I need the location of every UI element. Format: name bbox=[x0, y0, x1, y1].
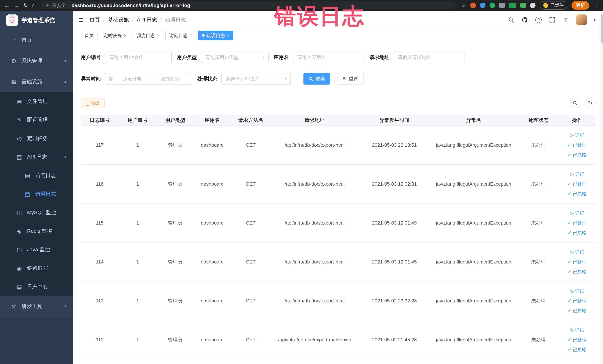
breadcrumb-item[interactable]: API 日志 bbox=[137, 16, 157, 23]
security-label[interactable]: 不安全 bbox=[52, 2, 66, 9]
sidebar-item-infra[interactable]: ▦ 基础设施 ▴ bbox=[0, 71, 73, 92]
hamburger-icon[interactable]: ≡ bbox=[79, 16, 84, 24]
sidebar-item-trace[interactable]: ◉ 链路追踪 bbox=[0, 259, 73, 277]
tab[interactable]: 调度日志 × bbox=[133, 31, 163, 40]
request-url-input[interactable] bbox=[394, 52, 465, 63]
app-name-input[interactable] bbox=[293, 52, 364, 63]
extension-on-badge[interactable]: on bbox=[509, 3, 516, 8]
check-icon: ✓ bbox=[568, 230, 571, 235]
download-icon: ↓ bbox=[86, 100, 89, 106]
close-icon[interactable]: × bbox=[227, 33, 230, 38]
logo[interactable]: 芋道管理系统 bbox=[0, 11, 73, 30]
mark-processed-link[interactable]: ✓ 已处理 bbox=[568, 259, 587, 265]
sidebar-item-redis-monitor[interactable]: ◈ Redis 监控 bbox=[0, 222, 73, 240]
address-bar[interactable]: ⚠ 不安全 dashboard.yudao.iocoder.cn/infra/l… bbox=[41, 1, 456, 9]
tab[interactable]: 错误日志 × bbox=[198, 31, 233, 40]
mark-ignored-link[interactable]: ✓ 已忽略 bbox=[568, 191, 587, 197]
table-row[interactable]: 117 1 管理员 dashboard GET /api/infra/db-do… bbox=[81, 126, 596, 165]
sidebar-item-access-log[interactable]: ▤ 访问日志 bbox=[0, 166, 73, 185]
avatar-dropdown-caret-icon[interactable]: ▾ bbox=[593, 17, 596, 22]
bookmark-star-icon[interactable]: ☆ bbox=[461, 3, 466, 8]
process-status-select[interactable]: 请选择处理状态 ▾ bbox=[221, 73, 291, 84]
date-range-picker[interactable]: ▦ 开始日期 - 结束日期 bbox=[105, 73, 192, 84]
reload-icon[interactable]: ↻ bbox=[23, 3, 28, 8]
extensions-puzzle-icon[interactable] bbox=[499, 3, 505, 8]
detail-link[interactable]: ◎ 详细 bbox=[570, 132, 584, 138]
tab[interactable]: 访问日志 × bbox=[165, 31, 196, 40]
font-size-icon[interactable]: T bbox=[562, 16, 569, 23]
table-row[interactable]: 112 1 管理员 dashboard GET /api/infra/db-do… bbox=[81, 320, 596, 359]
menu-dots-icon[interactable]: ⋮ bbox=[593, 3, 599, 8]
user-type-select[interactable]: 请选择用户类型 ▾ bbox=[201, 52, 269, 63]
mark-processed-link[interactable]: ✓ 已处理 bbox=[568, 142, 587, 148]
sidebar-item-label: 访问日志 bbox=[35, 172, 56, 179]
refresh-table-button[interactable]: ↻ bbox=[585, 97, 596, 108]
mark-processed-link[interactable]: ✓ 已处理 bbox=[568, 298, 587, 304]
url-text[interactable]: dashboard.yudao.iocoder.cn/infra/log/api… bbox=[71, 3, 190, 8]
table-row[interactable]: 115 1 管理员 dashboard GET /api/infra/db-do… bbox=[81, 204, 596, 243]
sidebar-item-log-center[interactable]: ▤ 日志中心 bbox=[0, 277, 73, 296]
paused-badge[interactable]: 已暂停 bbox=[540, 1, 568, 10]
close-icon[interactable]: × bbox=[157, 33, 159, 38]
cell-exception-time: 2021-05-03 12:01:49 bbox=[359, 220, 430, 226]
home-icon[interactable]: ⌂ bbox=[32, 3, 35, 8]
breadcrumb-item[interactable]: 首页 bbox=[90, 16, 100, 23]
mark-ignored-link[interactable]: ✓ 已忽略 bbox=[568, 308, 587, 314]
user-avatar[interactable] bbox=[576, 14, 587, 25]
mark-ignored-link[interactable]: ✓ 已忽略 bbox=[568, 152, 587, 158]
toggle-search-button[interactable] bbox=[570, 97, 580, 108]
extension-icon[interactable] bbox=[489, 3, 495, 8]
mark-ignored-link[interactable]: ✓ 已忽略 bbox=[568, 230, 587, 236]
detail-link[interactable]: ◎ 详细 bbox=[570, 249, 584, 255]
sidebar-item-api-log[interactable]: ▤ API 日志 ▴ bbox=[0, 148, 73, 166]
tab[interactable]: 首页 × bbox=[81, 31, 97, 40]
mark-ignored-link[interactable]: ✓ 已忽略 bbox=[568, 347, 587, 353]
user-id-input[interactable] bbox=[105, 52, 172, 63]
extension-icon[interactable] bbox=[530, 3, 535, 8]
back-icon[interactable]: ← bbox=[4, 3, 10, 8]
detail-link[interactable]: ◎ 详细 bbox=[570, 210, 584, 216]
mark-processed-link[interactable]: ✓ 已处理 bbox=[568, 220, 587, 226]
table-row[interactable]: 116 1 管理员 dashboard GET /api/infra/db-do… bbox=[81, 165, 596, 204]
sidebar-item-home[interactable]: ◔ 首页 bbox=[0, 30, 73, 50]
tab[interactable]: 定时任务 × bbox=[100, 31, 130, 40]
table-row[interactable]: 114 1 管理员 dashboard GET /api/infra/db-do… bbox=[81, 243, 596, 282]
detail-link[interactable]: ◎ 详细 bbox=[570, 171, 584, 177]
search-button[interactable]: 搜索 bbox=[303, 73, 330, 84]
sidebar-item-mysql-monitor[interactable]: ◫ MySQL 监控 bbox=[0, 203, 73, 222]
update-button[interactable]: 更新 bbox=[571, 1, 589, 10]
fullscreen-icon[interactable] bbox=[549, 16, 556, 23]
extension-icon[interactable] bbox=[470, 3, 476, 8]
scrollbar-thumb[interactable] bbox=[601, 14, 603, 43]
sidebar-item-file-manage[interactable]: ▣ 文件管理 bbox=[0, 92, 73, 110]
mark-ignored-link[interactable]: ✓ 已忽略 bbox=[568, 269, 587, 275]
table-row[interactable]: 113 1 管理员 dashboard GET /api/infra/db-do… bbox=[81, 282, 596, 320]
export-button[interactable]: ↓ 导出 bbox=[81, 98, 104, 108]
sidebar-item-java-monitor[interactable]: ▢ Java 监控 bbox=[0, 240, 73, 259]
mark-processed-link[interactable]: ✓ 已处理 bbox=[568, 337, 587, 343]
cell-request-url: /api/infra/db-doc/export-markdown bbox=[271, 337, 359, 343]
help-icon[interactable]: ? bbox=[535, 16, 542, 23]
detail-link[interactable]: ◎ 详细 bbox=[570, 288, 584, 294]
scrollbar[interactable] bbox=[600, 11, 603, 364]
extension-icon[interactable] bbox=[520, 3, 526, 8]
search-icon[interactable] bbox=[508, 16, 515, 23]
github-icon[interactable] bbox=[521, 16, 528, 23]
sidebar-item-error-log[interactable]: ▤ 错误日志 bbox=[0, 185, 73, 203]
check-icon: ✓ bbox=[568, 181, 571, 187]
close-icon[interactable]: × bbox=[189, 33, 192, 38]
security-warning-icon: ⚠ bbox=[46, 3, 49, 8]
extension-icon[interactable] bbox=[480, 3, 486, 8]
detail-link[interactable]: ◎ 详细 bbox=[570, 327, 584, 333]
breadcrumb-item[interactable]: 基础设施 bbox=[108, 16, 129, 23]
field-label: 处理状态 bbox=[197, 75, 217, 82]
sidebar-item-dev-tools[interactable]: ⚒ 研发工具 ▾ bbox=[0, 296, 73, 317]
sidebar-item-system[interactable]: ⚙ 系统管理 ▾ bbox=[0, 50, 73, 71]
sidebar-item-config-manage[interactable]: ✎ 配置管理 bbox=[0, 110, 73, 129]
sidebar-item-scheduled-jobs[interactable]: ◷ 定时任务 bbox=[0, 129, 73, 148]
mark-processed-link[interactable]: ✓ 已处理 bbox=[568, 181, 587, 187]
forward-icon[interactable]: → bbox=[14, 3, 19, 8]
reset-button[interactable]: ↻ 重置 bbox=[337, 73, 363, 84]
cell-log-id: 113 bbox=[81, 298, 119, 304]
close-icon[interactable]: × bbox=[124, 33, 127, 38]
